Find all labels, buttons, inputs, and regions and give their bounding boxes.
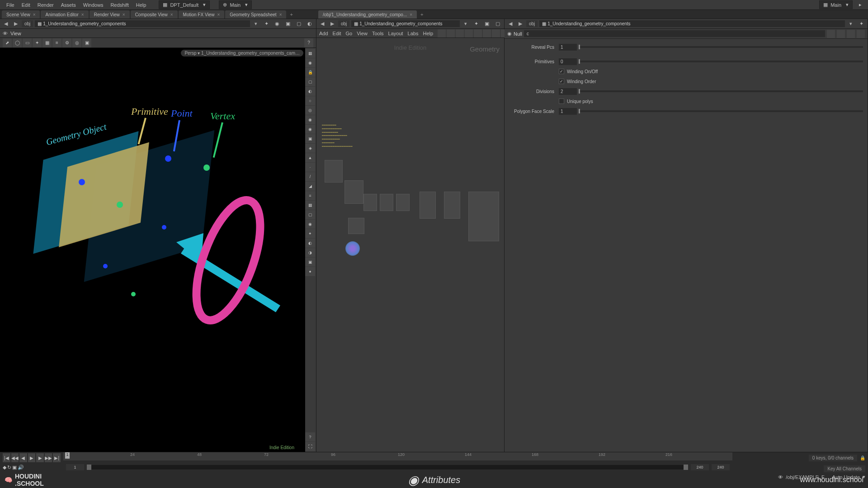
sel-icon[interactable]: ▢ xyxy=(493,19,502,28)
net-menu-add[interactable]: Add xyxy=(319,31,328,36)
next-key-button[interactable]: ▶▶ xyxy=(45,453,52,462)
side-tool[interactable]: ▢ xyxy=(305,210,315,219)
side-tool[interactable]: ◎ xyxy=(305,106,315,115)
network-canvas[interactable]: Indie Edition Geometry ━━━━━━━━━━━━━━━━━… xyxy=(316,38,504,452)
help-icon[interactable] xyxy=(847,30,855,38)
expand-icon[interactable]: ⛶ xyxy=(305,442,315,451)
side-tool[interactable]: ▲ xyxy=(305,153,315,162)
node-box[interactable] xyxy=(344,180,363,204)
param-value[interactable]: 1 xyxy=(559,44,577,51)
tab-motion-fx[interactable]: Motion FX View× xyxy=(179,10,225,19)
path-field[interactable]: ▦ 1_Understanding_geometry_components xyxy=(351,20,460,27)
last-frame-button[interactable]: ▶| xyxy=(53,453,61,462)
net-menu-go[interactable]: Go xyxy=(346,31,353,36)
close-icon[interactable]: × xyxy=(217,12,220,17)
side-tool[interactable]: ◉ xyxy=(305,58,315,67)
param-slider[interactable] xyxy=(579,46,863,48)
close-icon[interactable]: × xyxy=(170,12,173,17)
selected-node[interactable] xyxy=(345,241,360,256)
render-icon[interactable]: ▣ xyxy=(82,38,91,47)
gear-icon[interactable]: ⚙ xyxy=(62,38,71,47)
side-tool[interactable]: ◐ xyxy=(305,239,315,248)
net-icon[interactable] xyxy=(447,29,455,38)
chevron-down-icon[interactable]: ▾ xyxy=(252,20,260,28)
path-segment[interactable]: obj xyxy=(22,20,33,27)
auto-update[interactable]: Auto Update xyxy=(832,474,860,480)
vis-icon[interactable]: ◐ xyxy=(305,19,314,28)
sel-icon[interactable]: ▢ xyxy=(294,19,303,28)
net-icon[interactable] xyxy=(483,29,491,38)
chevron-down-icon[interactable]: ▾ xyxy=(462,20,470,28)
param-value[interactable]: 1 xyxy=(559,108,577,115)
side-tool[interactable]: ○ xyxy=(305,96,315,105)
chevron-down-icon[interactable]: ▾ xyxy=(847,20,855,28)
display-icon[interactable]: ◉ xyxy=(273,19,282,28)
next-frame-button[interactable]: ▶ xyxy=(36,453,44,462)
key-button[interactable]: ◆ xyxy=(3,465,6,470)
realtime-button[interactable]: ▣ xyxy=(12,465,17,470)
loop-button[interactable]: ↻ xyxy=(7,465,11,470)
list-tool[interactable]: ≡ xyxy=(52,38,61,47)
net-menu-labs[interactable]: Labs xyxy=(408,31,419,36)
side-tool[interactable]: ✦ xyxy=(305,229,315,238)
grid-tool[interactable]: ▦ xyxy=(42,38,52,47)
tab-add-button[interactable]: + xyxy=(418,10,426,19)
param-slider[interactable] xyxy=(579,61,863,62)
menu-assets[interactable]: Assets xyxy=(57,1,80,9)
param-slider[interactable] xyxy=(579,110,863,112)
desktop-selector[interactable]: ▦ DPT_Default ▾ xyxy=(159,0,210,9)
help-icon[interactable]: ? xyxy=(305,432,315,441)
lock-icon[interactable]: 🔒 xyxy=(860,455,865,460)
nav-back-button[interactable]: ◀ xyxy=(318,20,326,28)
path-segment[interactable]: obj xyxy=(526,20,538,27)
tab-scene-view[interactable]: Scene View× xyxy=(2,10,40,19)
param-slider[interactable] xyxy=(579,90,863,92)
tab-network[interactable]: /obj/1_Understanding_geometry_compo...× xyxy=(318,10,417,19)
net-icon[interactable] xyxy=(438,29,446,38)
prev-key-button[interactable]: ◀◀ xyxy=(11,453,19,462)
node-box[interactable] xyxy=(325,160,343,183)
pin-icon[interactable]: ✦ xyxy=(262,19,271,28)
side-tool[interactable]: ◉ xyxy=(305,220,315,229)
side-tool[interactable]: ◈ xyxy=(305,144,315,153)
chevron-down-icon[interactable]: ▾ xyxy=(863,474,865,480)
side-tool[interactable]: ◢ xyxy=(305,182,315,191)
nav-fwd-button[interactable]: ▶ xyxy=(12,20,20,28)
node-box[interactable] xyxy=(380,194,393,211)
key-channels[interactable]: Key All Channels xyxy=(824,465,865,472)
side-tool[interactable]: ◉ xyxy=(305,115,315,124)
net-menu-view[interactable]: View xyxy=(357,31,368,36)
side-tool[interactable]: ● xyxy=(305,267,315,276)
path-segment[interactable]: obj xyxy=(338,20,349,27)
range-slider[interactable] xyxy=(87,465,688,469)
node-box[interactable] xyxy=(396,194,410,211)
tab-geo-spreadsheet[interactable]: Geometry Spreadsheet× xyxy=(225,10,286,19)
path-field[interactable]: ▦ 1_Understanding_geometry_components xyxy=(539,20,845,27)
net-icon[interactable] xyxy=(465,29,473,38)
param-value[interactable]: 2 xyxy=(559,88,577,95)
close-icon[interactable]: × xyxy=(123,12,125,17)
close-icon[interactable]: × xyxy=(279,12,282,17)
lock-icon[interactable]: 🔒 xyxy=(305,68,315,77)
box-tool[interactable]: ▭ xyxy=(23,38,32,47)
node-box[interactable] xyxy=(444,192,460,219)
tab-composite-view[interactable]: Composite View× xyxy=(131,10,178,19)
menu-file[interactable]: File xyxy=(3,1,18,9)
nav-fwd-button[interactable]: ▶ xyxy=(516,20,524,28)
close-icon[interactable]: × xyxy=(33,12,36,17)
close-icon[interactable]: × xyxy=(410,12,412,17)
menu-render[interactable]: Render xyxy=(34,1,57,9)
gear-icon[interactable] xyxy=(827,30,835,38)
side-tool[interactable]: ▣ xyxy=(305,258,315,267)
search-icon[interactable] xyxy=(837,30,845,38)
pin-icon[interactable]: ✦ xyxy=(472,19,481,28)
menu-edit[interactable]: Edit xyxy=(18,1,34,9)
side-tool[interactable]: ▦ xyxy=(305,201,315,210)
side-tool[interactable]: ◐ xyxy=(305,87,315,96)
playhead[interactable]: 1 xyxy=(65,452,70,459)
side-tool[interactable]: / xyxy=(305,172,315,181)
net-menu-layout[interactable]: Layout xyxy=(388,31,403,36)
side-tool[interactable]: ≡ xyxy=(305,191,315,200)
menu-overflow[interactable]: ▸ xyxy=(855,0,865,9)
lasso-tool[interactable]: ◯ xyxy=(13,38,22,47)
